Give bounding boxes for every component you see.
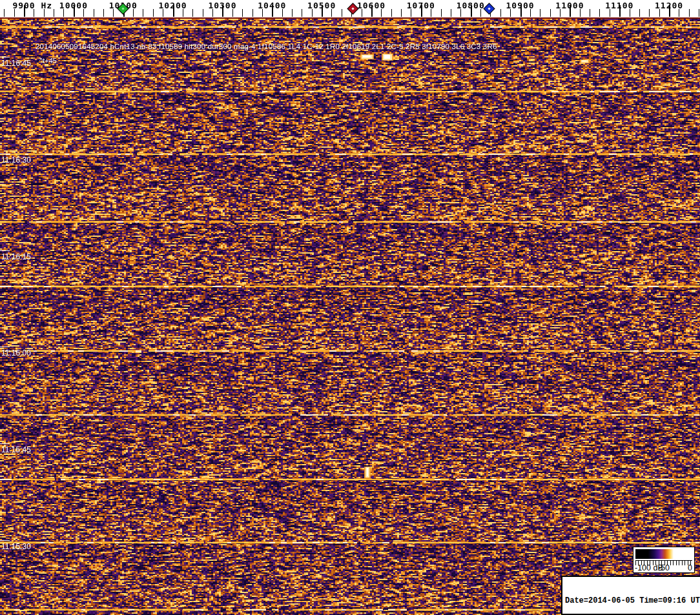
db-mid-label: -50 xyxy=(658,563,670,572)
freq-label-10400: 10400 xyxy=(258,1,286,10)
freq-label-10900: 10900 xyxy=(506,1,535,10)
freq-label-11100: 11100 xyxy=(605,1,633,10)
colormap-gradient xyxy=(635,549,692,559)
time-label-111630: 11:16:30 xyxy=(1,156,31,165)
time-label-111545: 11:15:45 xyxy=(1,445,31,454)
freq-label-10800: 10800 xyxy=(457,1,485,10)
freq-label-10000: 10000 xyxy=(59,1,88,10)
freq-label-10300: 10300 xyxy=(208,1,236,10)
freq-label-9900: 9900 Hz xyxy=(12,1,52,10)
time-tick-111600 xyxy=(0,347,10,347)
freq-label-10200: 10200 xyxy=(159,1,187,10)
db-color-scale: -100 dB -50 0 xyxy=(633,547,695,573)
time-label-111645: 11:16:45 xyxy=(1,59,31,68)
spectrogram-window: 9900 Hz100001010010200103001040010500106… xyxy=(0,0,700,615)
time-tick-111645 xyxy=(0,57,10,57)
freq-label-10500: 10500 xyxy=(307,1,336,10)
marker-red-core xyxy=(351,7,354,10)
marker-green-core xyxy=(122,7,125,10)
time-label-111600: 11:16:00 xyxy=(1,348,31,358)
frequency-ruler[interactable]: 9900 Hz100001010010200103001040010500106… xyxy=(0,0,700,17)
time-label-111615: 11:16:15 xyxy=(1,252,31,261)
waterfall-display[interactable] xyxy=(0,17,700,615)
time-tick-111545 xyxy=(0,443,10,444)
time-tick-111615 xyxy=(0,250,10,251)
marker-blue-core xyxy=(488,7,491,10)
freq-label-11000: 11000 xyxy=(555,1,584,10)
time-cursor-label: ^t+45 xyxy=(39,57,57,65)
time-tick-111630 xyxy=(0,154,10,154)
info-date-time: Date=2014-06-05 Time=09:16 UTC xyxy=(565,596,700,605)
time-label-111530: 11:15:30 xyxy=(1,542,31,551)
time-tick-111530 xyxy=(0,540,10,541)
observation-info-box: Date=2014-06-05 Time=09:16 UTC Freq=143 … xyxy=(561,576,700,615)
meteor-hit-annotation: 20140605091645204 hCnt13 nb-83 f10589 hi… xyxy=(36,43,497,50)
db-max-label: 0 xyxy=(688,563,692,572)
freq-label-10600: 10600 xyxy=(357,1,386,10)
freq-label-10700: 10700 xyxy=(407,1,435,10)
freq-label-11200: 11200 xyxy=(655,1,683,10)
